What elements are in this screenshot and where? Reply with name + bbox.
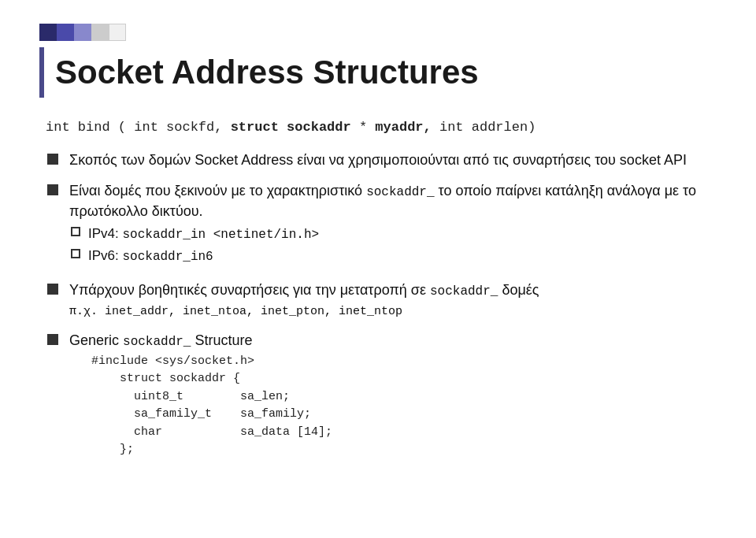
bullet-item-4: Generic sockaddr_ Structure #include <sy… — [47, 331, 717, 458]
bullet-list: Σκοπός των δομών Socket Address είναι να… — [47, 150, 717, 459]
sub-bullet-list: IPv4: sockaddr_in <netinet/in.h> IPv6: s… — [71, 224, 717, 266]
sub-square-2 — [71, 249, 80, 258]
example-functions: π.χ. inet_addr, inet_ntoa, inet_pton, in… — [69, 305, 402, 318]
sub-bullet-item-2: IPv6: sockaddr_in6 — [71, 247, 717, 265]
deco-square-2 — [57, 24, 74, 41]
sub-bullet-item-1: IPv4: sockaddr_in <netinet/in.h> — [71, 224, 717, 243]
title-area: Socket Address Structures — [39, 47, 717, 98]
sockaddr-inline-code-3: sockaddr_ — [123, 335, 191, 349]
code-block-sockaddr: #include <sys/socket.h> struct sockaddr … — [91, 353, 717, 459]
bullet-item-1: Σκοπός των δομών Socket Address είναι να… — [47, 150, 717, 170]
bullet-content-1: Σκοπός των δομών Socket Address είναι να… — [69, 150, 717, 170]
bullet-content-4: Generic sockaddr_ Structure #include <sy… — [69, 331, 717, 458]
code-int-2: int — [134, 120, 158, 135]
deco-square-1 — [39, 24, 57, 41]
sub-bullet-content-1: IPv4: sockaddr_in <netinet/in.h> — [88, 224, 319, 243]
sub-square-1 — [71, 227, 80, 236]
top-decoration — [39, 24, 717, 41]
sockaddr-in6-code: sockaddr_in6 — [122, 250, 213, 264]
deco-square-4 — [91, 24, 109, 41]
bullet-square-3 — [47, 284, 58, 295]
deco-square-3 — [74, 24, 91, 41]
code-myaddr-kw: myaddr, — [375, 120, 431, 135]
code-sockfd: sockfd, struct sockaddr * myaddr, — [166, 120, 439, 135]
code-sockaddr-kw: sockaddr — [287, 120, 351, 135]
code-int-3: int — [439, 120, 464, 135]
code-addrlen: addrlen) — [472, 120, 536, 135]
code-signature: int bind ( int sockfd, struct sockaddr *… — [46, 120, 717, 135]
bullet-square-4 — [47, 334, 58, 345]
bullet-item-3: Υπάρχουν βοηθητικές συναρτήσεις για την … — [47, 280, 717, 321]
bullet-square-2 — [47, 184, 58, 195]
bullet-content-2: Είναι δομές που ξεκινούν με το χαρακτηρι… — [69, 181, 717, 269]
bullet-square-1 — [47, 154, 58, 165]
slide-container: Socket Address Structures int bind ( int… — [32, 16, 724, 522]
bullet-content-3: Υπάρχουν βοηθητικές συναρτήσεις για την … — [69, 280, 717, 321]
code-struct-kw: struct — [231, 120, 279, 135]
sockaddr-in-code: sockaddr_in <netinet/in.h> — [122, 228, 319, 242]
sub-bullet-content-2: IPv6: sockaddr_in6 — [88, 247, 213, 265]
deco-square-5 — [109, 24, 126, 41]
sockaddr-inline-code-2: sockaddr_ — [430, 284, 498, 299]
bullet-item-2: Είναι δομές που ξεκινούν με το χαρακτηρι… — [47, 181, 717, 269]
page-title: Socket Address Structures — [55, 54, 479, 91]
code-int-1: int — [46, 120, 70, 135]
code-bind: bind ( — [78, 120, 126, 135]
sockaddr-inline-code: sockaddr_ — [366, 185, 434, 199]
